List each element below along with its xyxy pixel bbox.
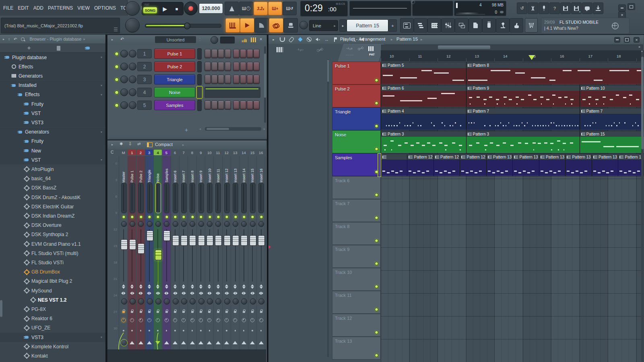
channel-pan-knob[interactable] <box>120 63 128 70</box>
browser-item-plugin-database[interactable]: Plugin database▾ <box>0 53 105 62</box>
browser-item-reaktor-6[interactable]: Reaktor 6 <box>0 314 105 323</box>
playlist-clip[interactable]: Pattern 8 <box>466 62 644 85</box>
strip-stereo-sep[interactable] <box>257 284 265 289</box>
playlist-track-header-track-7[interactable]: Track 7 <box>332 199 381 222</box>
strip-aux-knob[interactable] <box>147 298 153 304</box>
strip-enable-led[interactable] <box>182 215 186 219</box>
strip-aux-knob[interactable] <box>155 298 161 304</box>
pan-arrows-icon[interactable]: ↔ <box>324 37 329 42</box>
track-mute-led[interactable] <box>375 101 378 105</box>
channel-volume-knob[interactable] <box>129 63 136 70</box>
strip-pan-knob[interactable] <box>155 221 161 227</box>
playlist-crumb[interactable]: Pattern 15 <box>396 37 418 41</box>
paint-brush-icon[interactable] <box>297 37 303 42</box>
strip-pan-arrows[interactable] <box>154 291 162 295</box>
strip-stereo-sep[interactable] <box>128 284 136 289</box>
strip-lock-icon[interactable] <box>188 308 196 314</box>
channel-name-button[interactable]: Noise <box>154 87 195 97</box>
mixer-strip-pulse-2[interactable]: Pulse 2 <box>137 156 145 350</box>
pat-label[interactable]: PAT <box>144 3 150 6</box>
strip-lock-icon[interactable] <box>223 308 231 314</box>
step-button[interactable] <box>253 75 260 84</box>
browser-item-fruity[interactable]: Fruity <box>0 99 105 109</box>
piano-roll-view-button[interactable] <box>414 18 427 33</box>
news-banner[interactable]: 29/09 FL STUDIO MOBILE | 4.1 What's New? <box>541 18 630 34</box>
rack-grid-view-icon[interactable] <box>251 37 256 42</box>
link-notes-button[interactable] <box>269 18 283 33</box>
time-display[interactable]: M:S:CS 0:29 :00 <box>300 1 348 16</box>
browser-item-gb-drumbox[interactable]: GB DrumBox <box>0 267 105 277</box>
browser-item-ufo-ze[interactable]: UFO_ZE <box>0 323 105 333</box>
strip-pan-knob[interactable] <box>207 221 213 227</box>
picker-tab-patterns[interactable] <box>277 47 283 52</box>
browser-item-dsk-bassz[interactable]: DSK BassZ <box>0 183 105 193</box>
strip-enable-led[interactable] <box>199 215 203 219</box>
rack-undo-icon[interactable]: ↶ <box>120 37 124 42</box>
strip-lock-icon[interactable] <box>163 308 171 314</box>
strip-stereo-sep[interactable] <box>154 284 162 289</box>
strip-lock-icon[interactable] <box>206 308 214 314</box>
strip-stereo-sep[interactable] <box>145 284 153 289</box>
rack-hscrollbar[interactable] <box>205 127 261 131</box>
strip-clock-icon[interactable] <box>120 318 128 323</box>
strip-enable-led[interactable] <box>139 215 143 219</box>
playlist-vscrollbar[interactable]: ▴ <box>641 50 644 362</box>
channel-name-button[interactable]: Pulse 2 <box>154 62 195 72</box>
strip-fader[interactable] <box>189 235 196 246</box>
browser-item-fl-studio-vsti[interactable]: FL Studio VSTi <box>0 258 105 267</box>
strip-clock-icon[interactable] <box>180 318 188 323</box>
strip-aux-knob[interactable] <box>233 298 239 304</box>
track-mute-led[interactable] <box>375 78 378 82</box>
browser-item-vst3[interactable]: VST3▾ <box>0 333 105 342</box>
browser-item-vst[interactable]: VST▾ <box>0 155 105 165</box>
save-icon[interactable] <box>560 2 571 14</box>
mixer-col-header-10[interactable]: 10 <box>206 150 213 155</box>
playlist-track-header-samples[interactable]: Samples <box>332 153 381 176</box>
strip-enable-led[interactable] <box>122 215 126 219</box>
strip-aux-knob[interactable] <box>224 298 230 304</box>
strip-fader[interactable] <box>198 235 205 246</box>
close-button[interactable]: × <box>618 11 626 18</box>
loop-record-button[interactable]: Ш+ <box>268 2 282 15</box>
strip-fader[interactable] <box>138 243 144 254</box>
strip-pan-arrows[interactable] <box>163 291 171 295</box>
playlist-track-header-track-9[interactable]: Track 9 <box>332 245 381 268</box>
strip-fader[interactable] <box>224 235 231 246</box>
mixer-strip-insert-13[interactable]: Insert 13 <box>231 156 240 350</box>
playlist-hscrollbar[interactable] <box>381 45 643 51</box>
strip-pan-knob[interactable] <box>215 221 221 227</box>
wait-for-input-button[interactable]: Ш <box>239 2 253 15</box>
restore-button[interactable] <box>627 3 635 10</box>
mixer-menu-icon[interactable]: ▸ <box>111 143 113 146</box>
strip-pan-knob[interactable] <box>130 221 135 227</box>
step-button[interactable] <box>218 75 224 84</box>
strip-stereo-sep[interactable] <box>120 284 128 289</box>
menu-arrow-icon[interactable]: ▸ <box>271 37 276 42</box>
browser-item-mysound[interactable]: MySound <box>0 286 105 295</box>
menu-item-edit[interactable]: EDIT <box>18 5 29 11</box>
collapse-arrow-icon[interactable]: ▾ <box>101 56 102 59</box>
track-mute-led[interactable] <box>375 308 378 311</box>
strip-clock-icon[interactable] <box>197 318 205 323</box>
step-button[interactable] <box>211 62 218 71</box>
step-button[interactable] <box>233 101 239 110</box>
channel-name-button[interactable]: Pulse 1 <box>154 49 195 59</box>
playlist-clip[interactable]: Pattern 4 <box>381 108 466 131</box>
browser-item-komplete-kontrol[interactable]: Komplete Kontrol <box>0 342 105 351</box>
strip-pan-knob[interactable] <box>250 221 256 227</box>
step-button[interactable] <box>218 62 224 71</box>
step-button[interactable] <box>247 75 253 84</box>
aux-monitor-panel[interactable] <box>412 1 453 16</box>
mixer-col-header-4[interactable]: 4 <box>154 150 161 155</box>
strip-pan-arrows[interactable] <box>231 291 239 295</box>
corner-tab-patterns-icon[interactable] <box>368 46 374 51</box>
strip-clock-icon[interactable] <box>214 318 222 323</box>
hscroll-right-icon[interactable]: ▸ <box>639 45 641 49</box>
strip-aux-knob[interactable] <box>190 298 196 304</box>
step-button[interactable] <box>204 75 211 84</box>
strip-pan-arrows[interactable] <box>223 291 231 295</box>
step-button[interactable] <box>253 49 260 58</box>
strip-clock-icon[interactable] <box>240 318 248 323</box>
strip-clock-icon[interactable] <box>163 318 171 323</box>
playlist-close-button[interactable]: × <box>634 37 640 43</box>
